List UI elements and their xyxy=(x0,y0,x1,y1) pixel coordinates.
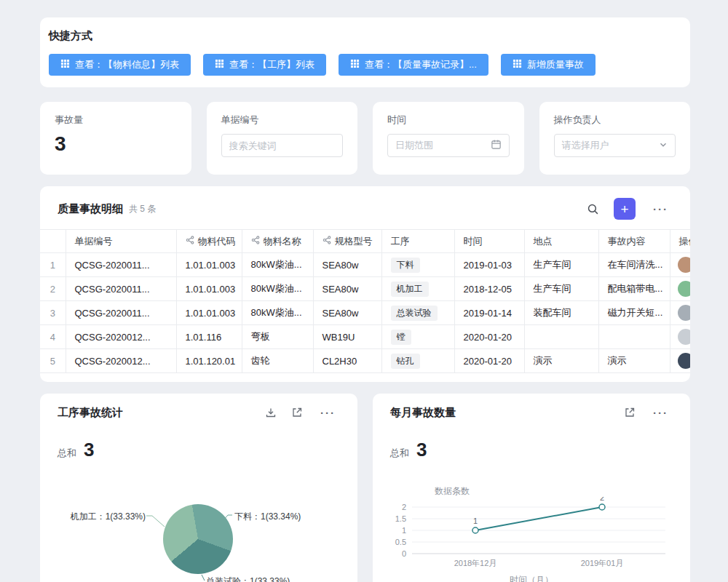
date-range-placeholder: 日期范围 xyxy=(395,139,433,152)
cell-material-name: 80kW柴油... xyxy=(242,277,313,301)
process-tag: 下料 xyxy=(391,258,420,273)
pie-card-actions: ··· xyxy=(264,405,340,420)
line-card-actions: ··· xyxy=(622,405,673,420)
grid-icon xyxy=(60,59,70,71)
add-record-button[interactable]: + xyxy=(614,198,636,220)
cell-doc-no: QCSG-2020011... xyxy=(66,253,176,277)
avatar xyxy=(678,329,691,345)
grid-icon xyxy=(513,59,522,71)
svg-text:2018年12月: 2018年12月 xyxy=(454,559,497,567)
column-label: 单据编号 xyxy=(75,235,113,248)
shortcut-label: 新增质量事故 xyxy=(527,58,584,71)
column-label: 物料名称 xyxy=(264,235,301,248)
cell-material-name: 80kW柴油... xyxy=(242,301,313,325)
shortcut-label: 查看：【工序】列表 xyxy=(229,58,314,71)
avatar xyxy=(678,281,691,297)
table-header-bar: 质量事故明细 共 5 条 + ··· xyxy=(40,198,690,220)
shortcut-view-process-list-button[interactable]: 查看：【工序】列表 xyxy=(203,54,326,76)
cell-content: 演示 xyxy=(598,349,670,373)
column-label: 地点 xyxy=(534,236,553,247)
pie-more-menu-icon[interactable]: ··· xyxy=(316,406,340,420)
line-card-header: 每月事故数量 ··· xyxy=(390,405,673,420)
table-more-menu-icon[interactable]: ··· xyxy=(649,202,673,216)
time-filter-label: 时间 xyxy=(387,113,510,127)
shortcut-view-material-list-button[interactable]: 查看：【物料信息】列表 xyxy=(49,54,191,76)
column-header-spec[interactable]: 规格型号 xyxy=(313,230,381,253)
line-more-menu-icon[interactable]: ··· xyxy=(649,406,673,420)
column-header-time[interactable]: 时间 xyxy=(454,230,524,253)
cell-material-name: 齿轮 xyxy=(242,349,313,373)
avatar xyxy=(678,353,691,369)
cell-operator xyxy=(670,325,690,349)
search-icon[interactable] xyxy=(585,202,601,217)
cell-operator xyxy=(670,277,690,301)
calendar-icon xyxy=(491,139,502,152)
shortcut-label: 查看：【质量事故记录】... xyxy=(365,58,477,71)
date-range-input[interactable]: 日期范围 xyxy=(387,134,510,157)
row-index: 5 xyxy=(40,349,66,373)
svg-text:0.5: 0.5 xyxy=(395,538,406,546)
cell-operator xyxy=(670,301,690,325)
cell-location: 生产车间 xyxy=(524,253,598,277)
column-header-doc-no[interactable]: 单据编号 xyxy=(66,230,176,253)
column-header-process[interactable]: 工序 xyxy=(381,230,454,253)
row-index: 2 xyxy=(40,277,66,301)
column-header-material-name[interactable]: 物料名称 xyxy=(242,230,313,253)
accident-count-card: 事故量 3 xyxy=(40,102,191,175)
cell-doc-no: QCSG-2020011... xyxy=(66,301,176,325)
cell-time: 2019-01-03 xyxy=(454,253,524,277)
cell-time: 2020-01-20 xyxy=(454,349,524,373)
cell-doc-no: QCSG-2020012... xyxy=(66,349,176,373)
column-header-operator[interactable]: 操作负责人 xyxy=(670,230,690,253)
table-row[interactable]: 2 QCSG-2020011... 1.01.01.003 80kW柴油... … xyxy=(40,277,690,301)
grid-icon xyxy=(350,59,360,71)
cell-material-code: 1.01.01.003 xyxy=(176,277,242,301)
open-in-new-icon[interactable] xyxy=(290,405,304,420)
cell-operator xyxy=(670,349,690,373)
shortcut-add-accident-button[interactable]: 新增质量事故 xyxy=(501,54,596,76)
process-tag: 镗 xyxy=(391,330,411,345)
column-label: 规格型号 xyxy=(335,235,373,248)
cell-material-code: 1.01.116 xyxy=(176,325,242,349)
cell-material-code: 1.01.01.003 xyxy=(176,253,242,277)
table-row[interactable]: 3 QCSG-2020011... 1.01.01.003 80kW柴油... … xyxy=(40,301,690,325)
open-in-new-icon[interactable] xyxy=(622,405,637,420)
shortcut-buttons: 查看：【物料信息】列表 查看：【工序】列表 查看：【质量事故记录】... 新增质… xyxy=(49,54,681,76)
operator-select[interactable]: 请选择用户 xyxy=(554,134,676,157)
cell-content: 配电箱带电... xyxy=(598,277,670,301)
doc-no-search-input[interactable] xyxy=(221,134,344,157)
cell-material-name: 弯板 xyxy=(242,325,313,349)
column-header-location[interactable]: 地点 xyxy=(524,230,598,253)
grid-icon xyxy=(215,59,224,71)
table-row[interactable]: 1 QCSG-2020011... 1.01.01.003 80kW柴油... … xyxy=(40,253,690,277)
process-accident-stats-card: 工序事故统计 ··· 总和 3 机加工：1(33.33%) 下料：1(33.34… xyxy=(40,394,357,582)
column-header-content[interactable]: 事故内容 xyxy=(598,230,670,253)
pie-label-xialiao: 下料：1(33.34%) xyxy=(234,511,301,523)
shortcut-view-accident-records-button[interactable]: 查看：【质量事故记录】... xyxy=(339,54,488,76)
operator-filter-card: 操作负责人 请选择用户 xyxy=(539,102,691,175)
accident-count-value: 3 xyxy=(55,132,177,156)
pie-label-zongzhuangshiyan: 总装试验：1(33.33%) xyxy=(206,575,290,582)
cell-doc-no: QCSG-2020011... xyxy=(66,277,176,301)
link-field-icon xyxy=(323,236,331,247)
column-header-material-code[interactable]: 物料代码 xyxy=(176,230,242,253)
accident-count-label: 事故量 xyxy=(55,113,177,127)
cell-time: 2019-01-14 xyxy=(454,301,524,325)
cell-content: 磁力开关短... xyxy=(598,301,670,325)
pie-card-header: 工序事故统计 ··· xyxy=(58,405,340,420)
column-label: 操作负责人 xyxy=(679,236,691,247)
cell-process: 钻孔 xyxy=(381,349,454,373)
time-filter-card: 时间 日期范围 xyxy=(373,102,524,175)
row-index: 1 xyxy=(40,253,66,277)
cell-location: 生产车间 xyxy=(524,277,598,301)
doc-no-filter-label: 单据编号 xyxy=(221,113,344,127)
cell-process: 下料 xyxy=(381,253,454,277)
shortcut-label: 查看：【物料信息】列表 xyxy=(75,58,179,71)
table-row[interactable]: 5 QCSG-2020012... 1.01.120.01 齿轮 CL2H30 … xyxy=(40,349,690,373)
table-scroll-area[interactable]: 单据编号 物料代码 物料名称 规格型号 工序 时间 地点 事故内容 操作负责人 … xyxy=(40,229,690,373)
table-row[interactable]: 4 QCSG-2020012... 1.01.116 弯板 WB19U 镗 20… xyxy=(40,325,690,349)
row-index: 4 xyxy=(40,325,66,349)
accident-table: 单据编号 物料代码 物料名称 规格型号 工序 时间 地点 事故内容 操作负责人 … xyxy=(40,229,690,373)
download-icon[interactable] xyxy=(264,405,278,420)
process-tag: 总装试验 xyxy=(391,306,438,321)
